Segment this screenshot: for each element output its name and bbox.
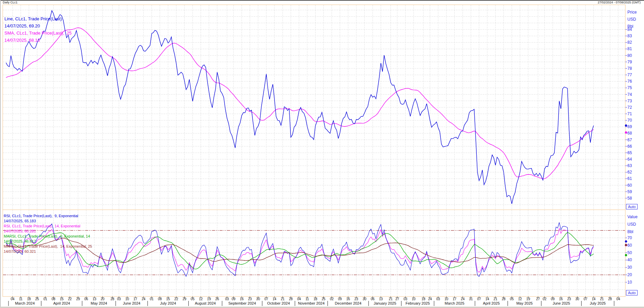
value-marker-3 (625, 254, 627, 256)
legend-marsi25-value: 14/07/2025, 60.321 (4, 249, 36, 253)
x-axis-day-label: 08 (156, 297, 163, 301)
legend-marsi9-name: MARSI, CLc1, Trade Price(Last), 9, Expon… (4, 234, 90, 238)
x-axis-day-label: 23 (566, 297, 572, 301)
window-left-edge (0, 0, 1, 308)
x-axis-day-label: 15 (58, 297, 65, 301)
x-axis-day-label: 03 (435, 297, 441, 301)
x-axis-day-label: 28 (607, 297, 613, 301)
x-axis-day-label: 22 (173, 297, 179, 301)
price-axis-tick-label: 76 (627, 79, 642, 84)
rsi14-line (6, 228, 594, 272)
x-axis-day-label: 03 (116, 297, 122, 301)
legend-sma-value: 14/07/2025, 68.13 (4, 38, 40, 43)
window-top-edge (0, 0, 644, 1)
x-axis-day-label: 16 (345, 297, 352, 301)
x-axis-day-label: 18 (420, 297, 427, 301)
x-axis-day-label: 16 (238, 297, 245, 301)
value-axis-title-3: Bbl (627, 229, 633, 234)
x-axis-day-label: 05 (508, 297, 515, 301)
x-axis-day-label: 09 (230, 297, 237, 301)
x-axis-day-label: 22 (67, 297, 73, 301)
value-axis-tick-label: 10 (627, 280, 642, 285)
price-axis-tick-label: 82 (627, 40, 642, 45)
x-axis-day-label: 10 (124, 297, 131, 301)
value-axis-title-1: Value (627, 214, 638, 219)
x-axis-day-label: 16 (557, 297, 564, 301)
x-axis-day-label: 29 (181, 297, 188, 301)
x-axis-day-label: 14 (590, 297, 597, 301)
x-axis-day-label: 01 (148, 297, 155, 301)
chart-canvas[interactable] (0, 0, 644, 308)
x-axis-day-label: 30 (574, 297, 581, 301)
value-axis-tick-label: 70 (627, 235, 642, 240)
x-axis-day-label: 24 (140, 297, 147, 301)
legend-sma-name: SMA, CLc1, Trade Price(Last), 25 (4, 30, 72, 36)
x-axis-day-label: 25 (34, 297, 40, 301)
x-axis-day-label: 23 (247, 297, 253, 301)
value-axis-tick-label: 40 (627, 258, 642, 262)
x-axis-day-label: 25 (320, 297, 327, 301)
x-axis-day-label: 12 (517, 297, 524, 301)
x-axis-month-label: July 2025 (576, 301, 620, 305)
legend-price-line-name: Line, CLc1, Trade Price(Last) (4, 16, 62, 21)
x-axis-day-label: 04 (9, 297, 16, 301)
price-axis-tick-label: 65 (627, 150, 642, 155)
x-axis-day-label: 14 (484, 297, 491, 301)
x-axis-day-label: 18 (312, 297, 319, 301)
price-axis-tick-label: 72 (627, 105, 642, 110)
x-axis-day-label: 10 (410, 297, 417, 301)
price-axis-tick-label: 78 (627, 66, 642, 71)
x-axis-day-label: 19 (525, 297, 532, 301)
x-axis-day-label: 02 (328, 297, 335, 301)
x-axis-day-label: 06 (83, 297, 90, 301)
x-axis-day-label: 01 (42, 297, 49, 301)
x-axis-day-label: 12 (197, 297, 204, 301)
price-axis-tick-label: 61 (627, 176, 642, 181)
price-axis-tick-label: 68 (627, 131, 642, 136)
legend-price-line-value: 14/07/2025, 69.20 (4, 23, 40, 28)
x-axis-day-label: 27 (394, 297, 401, 301)
price-axis-tick-label: 75 (627, 85, 642, 90)
legend-rsi9-value: 14/07/2025, 65.183 (4, 219, 36, 223)
x-axis-day-label: 30 (361, 297, 368, 301)
x-axis-day-label: 06 (369, 297, 376, 301)
x-axis-day-label: 21 (387, 297, 394, 301)
x-axis-day-label: 23 (353, 297, 360, 301)
x-axis-day-label: 03 (224, 297, 230, 301)
legend-rsi9-name: RSI, CLc1, Trade Price(Last), 9, Exponen… (4, 214, 78, 218)
x-axis-day-label: 15 (165, 297, 171, 301)
x-axis-day-label: 28 (500, 297, 507, 301)
window-bottom-edge (0, 307, 644, 308)
value-axis-title-2: USD (627, 222, 636, 227)
price-axis-auto-button[interactable]: Auto (626, 204, 638, 209)
price-axis-tick-label: 60 (627, 183, 642, 188)
price-axis-tick-label: 58 (627, 196, 642, 201)
x-axis-day-label: 02 (541, 297, 548, 301)
x-axis-day-label: 21 (492, 297, 499, 301)
price-axis-tick-label: 79 (627, 60, 642, 64)
value-axis-tick-label: 60 (627, 243, 642, 248)
value-axis-auto-button[interactable]: Auto (626, 290, 638, 295)
price-axis-tick-label: 66 (627, 144, 642, 149)
x-axis-day-label: 27 (535, 297, 542, 301)
price-axis-tick-label: 71 (627, 111, 642, 116)
x-axis-day-label: 08 (50, 297, 57, 301)
price-axis-tick-label: 59 (627, 189, 642, 194)
legend-rsi14-value: 14/07/2025, 60.281 (4, 229, 36, 233)
price-axis-tick-label: 74 (627, 92, 642, 97)
price-axis-tick-label: 84 (627, 27, 642, 32)
x-axis-day-label: 21 (279, 297, 286, 301)
price-axis-title-2: USD (627, 17, 636, 22)
price-axis-title-1: Price (627, 10, 637, 15)
x-axis-day-label: 07 (476, 297, 482, 301)
price-axis-tick-label: 81 (627, 46, 642, 51)
x-axis-day-label: 03 (402, 297, 409, 301)
x-axis-day-label: 30 (255, 297, 262, 301)
x-axis-day-label: 09 (337, 297, 343, 301)
x-axis-day-label: 09 (549, 297, 556, 301)
value-marker-2 (625, 244, 627, 246)
price-axis-tick-label: 73 (627, 99, 642, 103)
x-axis-day-label: 14 (271, 297, 278, 301)
x-axis-day-label: 29 (75, 297, 81, 301)
value-axis-tick-label: 20 (627, 272, 642, 277)
